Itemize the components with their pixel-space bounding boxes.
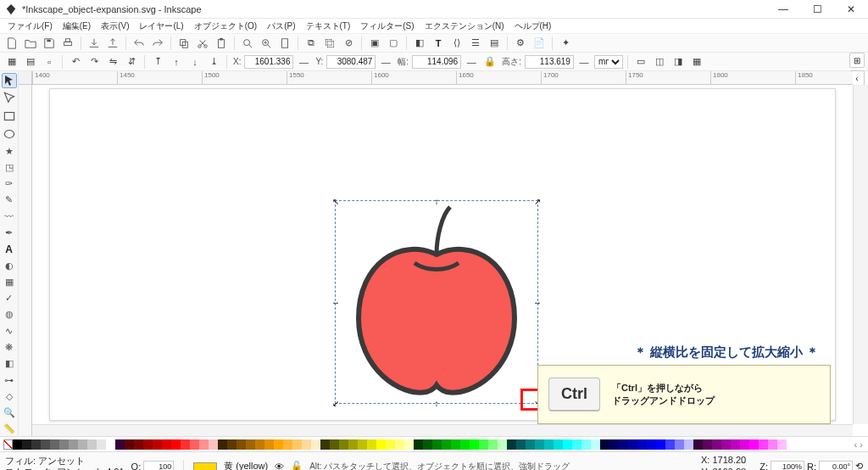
scale-stroke-icon[interactable]: ▭ xyxy=(632,54,649,70)
select-all-icon[interactable]: ▦ xyxy=(3,54,20,70)
copy-icon[interactable] xyxy=(175,36,192,51)
zoom-draw-icon[interactable] xyxy=(258,36,275,51)
swatch[interactable] xyxy=(665,439,675,450)
swatch[interactable] xyxy=(143,439,153,450)
swatch[interactable] xyxy=(181,439,190,450)
swatch[interactable] xyxy=(348,439,358,450)
lpe-tool-icon[interactable]: ◇ xyxy=(2,389,17,403)
swatch[interactable] xyxy=(78,439,87,450)
zoom-page-icon[interactable] xyxy=(276,36,293,51)
text-tool-icon[interactable]: A xyxy=(2,243,17,256)
swatch[interactable] xyxy=(13,439,22,450)
raise-top-icon[interactable]: ⤒ xyxy=(149,54,166,70)
swatch[interactable] xyxy=(227,439,236,450)
current-swatch[interactable] xyxy=(193,462,217,471)
swatch[interactable] xyxy=(498,439,507,450)
paste-icon[interactable] xyxy=(213,36,230,51)
duplicate-icon[interactable]: ⧉ xyxy=(303,36,320,51)
swatch[interactable] xyxy=(470,439,479,450)
measure-tool-icon[interactable]: 📏 xyxy=(2,422,17,436)
swatch[interactable] xyxy=(264,439,274,450)
handle-nw[interactable]: ↖ xyxy=(331,197,340,205)
eraser-tool-icon[interactable]: ◧ xyxy=(2,357,17,371)
swatch[interactable] xyxy=(432,439,442,450)
lower-icon[interactable]: ↓ xyxy=(186,54,203,70)
opacity-input[interactable] xyxy=(143,461,174,471)
swatch[interactable] xyxy=(554,439,563,450)
x-spin-icon[interactable]: — xyxy=(295,54,312,70)
swatch[interactable] xyxy=(97,439,106,450)
xml-icon[interactable]: ⟨⟩ xyxy=(448,36,465,51)
select-layer-icon[interactable]: ▤ xyxy=(22,54,39,70)
swatch[interactable] xyxy=(712,439,721,450)
swatch[interactable] xyxy=(311,439,320,450)
selector-tool-icon[interactable] xyxy=(2,73,17,88)
lock-ratio-icon[interactable]: 🔒 xyxy=(481,54,498,70)
swatch[interactable] xyxy=(619,439,628,450)
w-spin-icon[interactable]: — xyxy=(463,54,480,70)
y-input[interactable] xyxy=(326,55,376,69)
move-gradient-icon[interactable]: ◨ xyxy=(670,54,687,70)
snap-toggle-icon[interactable]: ⊞ xyxy=(849,53,865,68)
swatch[interactable] xyxy=(628,439,637,450)
menu-path[interactable]: パス(P) xyxy=(263,19,299,34)
swatch[interactable] xyxy=(451,439,460,450)
swatch[interactable] xyxy=(339,439,348,450)
swatch[interactable] xyxy=(134,439,143,450)
menu-layer[interactable]: レイヤー(L) xyxy=(135,19,187,34)
swatch[interactable] xyxy=(703,439,712,450)
swatch[interactable] xyxy=(609,439,619,450)
redo-icon[interactable] xyxy=(149,36,166,51)
align-icon[interactable]: ▤ xyxy=(486,36,503,51)
swatch[interactable] xyxy=(740,439,749,450)
bezier-tool-icon[interactable]: 〰 xyxy=(2,210,17,223)
zoom-sel-icon[interactable] xyxy=(239,36,256,51)
swatch[interactable] xyxy=(591,439,600,450)
swatch[interactable] xyxy=(647,439,656,450)
layers-icon[interactable]: ☰ xyxy=(467,36,484,51)
swatch[interactable] xyxy=(637,439,647,450)
swatch[interactable] xyxy=(171,439,181,450)
undo-icon[interactable] xyxy=(131,36,147,51)
swatch[interactable] xyxy=(535,439,544,450)
open-file-icon[interactable] xyxy=(22,36,39,51)
swatch[interactable] xyxy=(31,439,41,450)
export-icon[interactable] xyxy=(104,36,121,51)
swatch[interactable] xyxy=(600,439,609,450)
h-input[interactable] xyxy=(525,55,574,69)
rotate-cw-icon[interactable]: ↷ xyxy=(86,54,103,70)
swatch[interactable] xyxy=(236,439,246,450)
swatch[interactable] xyxy=(507,439,516,450)
node-tool-icon[interactable] xyxy=(2,91,17,106)
handle-e[interactable]: ↔ xyxy=(533,298,542,306)
swatch[interactable] xyxy=(87,439,97,450)
fillstroke-icon[interactable]: ◧ xyxy=(411,36,428,51)
swatch[interactable] xyxy=(395,439,404,450)
prefs-icon[interactable]: ⚙ xyxy=(512,36,529,51)
swatch[interactable] xyxy=(162,439,171,450)
menu-help[interactable]: ヘルプ(H) xyxy=(510,19,556,34)
swatch[interactable] xyxy=(274,439,283,450)
swatch[interactable] xyxy=(759,439,768,450)
zoom-tool-icon[interactable]: 🔍 xyxy=(2,406,17,420)
swatch-none[interactable] xyxy=(3,439,13,450)
w-input[interactable] xyxy=(412,55,461,69)
swatch[interactable] xyxy=(376,439,386,450)
palette-scroll-icon[interactable]: ‹ › xyxy=(854,439,868,450)
handle-ne[interactable]: ↗ xyxy=(533,197,542,205)
layer-visibility-icon[interactable]: 👁 xyxy=(275,462,284,471)
group-icon[interactable]: ▣ xyxy=(366,36,383,51)
swatch[interactable] xyxy=(768,439,777,450)
swatch[interactable] xyxy=(656,439,665,450)
zoom-input[interactable] xyxy=(771,461,804,471)
swatch[interactable] xyxy=(581,439,591,450)
swatch[interactable] xyxy=(777,439,787,450)
swatch[interactable] xyxy=(50,439,59,450)
swatch[interactable] xyxy=(41,439,50,450)
x-input[interactable] xyxy=(244,55,293,69)
swatch[interactable] xyxy=(292,439,302,450)
swatch[interactable] xyxy=(22,439,31,450)
swatch[interactable] xyxy=(106,439,115,450)
unit-select[interactable]: mm xyxy=(594,55,623,69)
raise-icon[interactable]: ↑ xyxy=(168,54,185,70)
